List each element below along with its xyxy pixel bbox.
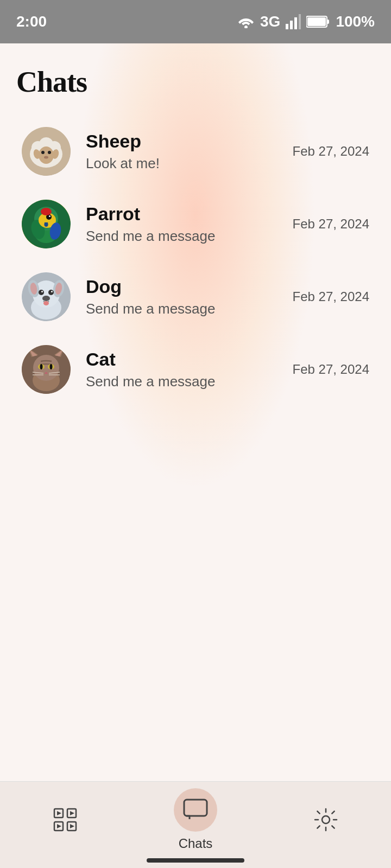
svg-rect-0	[286, 24, 288, 29]
svg-point-13	[41, 151, 45, 154]
home-indicator	[147, 858, 244, 863]
nav-item-chats[interactable]: Chats	[174, 788, 217, 851]
list-item[interactable]: Parrot Send me a message Feb 27, 2024	[16, 188, 375, 260]
chat-preview: Send me a message	[86, 228, 282, 245]
avatar	[22, 272, 71, 321]
nav-icon-wrap-media	[43, 798, 87, 841]
svg-point-65	[322, 816, 330, 824]
svg-rect-64	[184, 800, 207, 816]
svg-point-34	[39, 290, 44, 295]
dog-avatar-img	[22, 272, 71, 321]
chat-preview: Send me a message	[86, 373, 282, 390]
svg-point-37	[51, 291, 53, 292]
avatar	[22, 345, 71, 394]
chat-list: Sheep Look at me! Feb 27, 2024	[16, 115, 375, 406]
nav-label-chats: Chats	[179, 836, 213, 851]
svg-marker-60	[57, 811, 61, 815]
chat-name: Dog	[86, 276, 282, 297]
battery-icon	[306, 15, 330, 29]
svg-rect-1	[290, 21, 293, 29]
chat-date: Feb 27, 2024	[293, 362, 369, 377]
svg-marker-63	[70, 824, 74, 828]
cat-avatar-img	[22, 345, 71, 394]
status-time: 2:00	[16, 13, 47, 30]
chat-info: Cat Send me a message	[86, 349, 282, 390]
chat-icon	[182, 796, 209, 824]
network-label: 3G	[260, 13, 280, 30]
svg-point-35	[48, 290, 54, 295]
svg-point-38	[42, 296, 50, 301]
media-icon	[53, 807, 78, 832]
chat-date: Feb 27, 2024	[293, 216, 369, 232]
parrot-avatar-img	[22, 200, 71, 248]
avatar	[22, 127, 71, 176]
chat-date: Feb 27, 2024	[293, 144, 369, 159]
page-title: Chats	[16, 65, 375, 99]
list-item[interactable]: Dog Send me a message Feb 27, 2024	[16, 260, 375, 333]
chat-date: Feb 27, 2024	[293, 289, 369, 304]
nav-item-media[interactable]	[43, 798, 87, 841]
list-item[interactable]: Cat Send me a message Feb 27, 2024	[16, 333, 375, 406]
avatar	[22, 200, 71, 248]
signal-icon	[286, 14, 301, 29]
nav-icon-wrap-settings	[304, 798, 348, 841]
chat-name: Cat	[86, 349, 282, 370]
settings-icon	[313, 807, 339, 833]
chat-info: Parrot Send me a message	[86, 203, 282, 245]
svg-point-39	[43, 301, 49, 305]
chat-preview: Look at me!	[86, 155, 282, 172]
svg-point-49	[40, 364, 43, 369]
chat-name: Sheep	[86, 131, 282, 152]
svg-rect-2	[294, 17, 297, 29]
status-bar: 2:00 3G 100%	[0, 0, 391, 43]
chat-info: Sheep Look at me!	[86, 131, 282, 172]
battery-label: 100%	[336, 13, 375, 30]
svg-point-25	[41, 208, 52, 215]
svg-marker-61	[70, 811, 74, 815]
svg-point-14	[48, 151, 51, 154]
sheep-avatar-img	[22, 127, 71, 176]
svg-rect-5	[327, 20, 329, 24]
status-icons: 3G 100%	[237, 13, 375, 30]
svg-point-24	[49, 215, 51, 217]
nav-icon-wrap-chats	[174, 788, 217, 832]
list-item[interactable]: Sheep Look at me! Feb 27, 2024	[16, 115, 375, 188]
svg-point-12	[39, 146, 54, 164]
svg-point-15	[44, 156, 48, 159]
chat-preview: Send me a message	[86, 301, 282, 317]
svg-rect-6	[307, 17, 326, 26]
main-content: Chats	[0, 43, 391, 406]
bottom-nav: Chats	[0, 781, 391, 868]
svg-point-50	[50, 364, 53, 369]
svg-rect-3	[299, 14, 301, 29]
chat-name: Parrot	[86, 203, 282, 225]
chat-info: Dog Send me a message	[86, 276, 282, 317]
svg-point-42	[33, 355, 59, 381]
wifi-icon	[237, 15, 255, 28]
nav-item-settings[interactable]	[304, 798, 348, 841]
svg-point-36	[41, 291, 43, 292]
svg-marker-62	[57, 824, 61, 828]
